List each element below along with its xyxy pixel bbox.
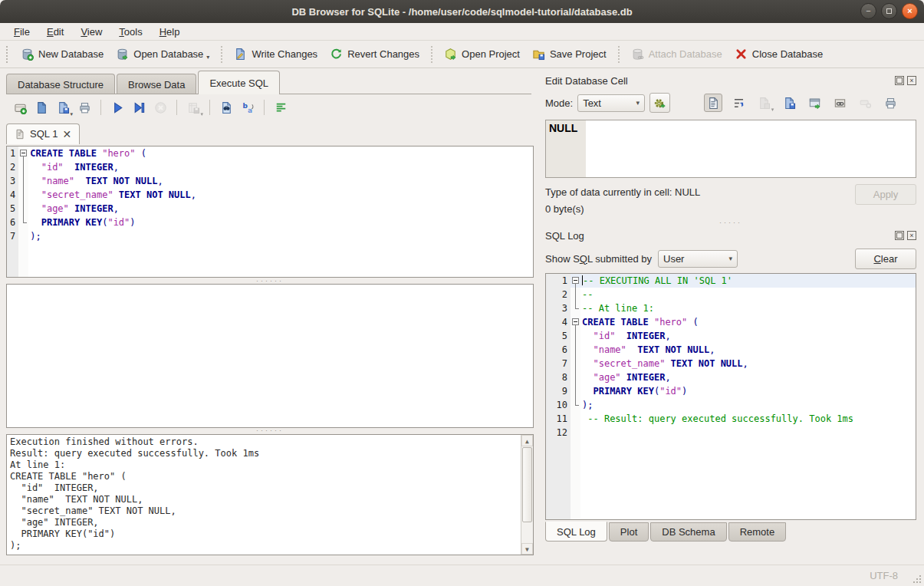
tab-execute-sql[interactable]: Execute SQL: [198, 71, 280, 94]
filter-label: Show SQL submitted by: [545, 253, 652, 265]
sql-tab-label: SQL 1: [30, 128, 58, 140]
sql-tab[interactable]: SQL 1 ✕: [6, 123, 80, 144]
cell-value-editor[interactable]: NULL: [545, 120, 916, 178]
auto-switch-mode-button[interactable]: [649, 93, 670, 113]
cell-size-text: 0 byte(s): [545, 201, 855, 218]
cell-info-row: Type of data currently in cell: NULL 0 b…: [545, 184, 916, 218]
scroll-down-icon[interactable]: ▼: [521, 543, 533, 555]
tab-database-structure[interactable]: Database Structure: [6, 74, 115, 94]
format-sql-icon[interactable]: [271, 98, 290, 117]
svg-text:a: a: [247, 106, 252, 114]
find-icon[interactable]: [217, 98, 235, 117]
attach-database-icon: [631, 48, 644, 61]
execute-sql-pane: ▾ ▾ ba SQL 1 ✕ 1234567CREATE TABLE "hero…: [6, 94, 534, 562]
set-null-icon: [856, 94, 874, 112]
cell-mode-row: Mode: Text ▾ ▾: [545, 89, 916, 117]
dock-tab-sql-log[interactable]: SQL Log: [545, 522, 607, 542]
minimize-button[interactable]: −: [860, 3, 876, 19]
results-grid[interactable]: [6, 284, 534, 428]
chevron-down-icon: ▾: [636, 99, 640, 107]
text-mode-icon[interactable]: [704, 94, 722, 112]
sql-editor[interactable]: 1234567CREATE TABLE "hero" ( "id" INTEGE…: [6, 146, 534, 278]
close-dock-icon[interactable]: ×: [907, 76, 916, 85]
open-database-button[interactable]: Open Database ▾: [110, 44, 215, 64]
execution-status-log[interactable]: Execution finished without errors.Result…: [6, 434, 534, 555]
print-icon[interactable]: [75, 98, 94, 117]
scroll-up-icon[interactable]: ▲: [521, 435, 533, 446]
save-sql-file-icon[interactable]: ▾: [54, 98, 72, 117]
close-dock-icon[interactable]: ×: [907, 231, 916, 240]
chevron-down-icon: ▾: [728, 255, 732, 262]
tab-browse-data[interactable]: Browse Data: [117, 74, 196, 94]
scrollbar[interactable]: ▲ ▼: [521, 435, 533, 555]
float-dock-icon[interactable]: [895, 76, 904, 85]
menu-file[interactable]: File: [6, 25, 38, 39]
execution-status-text: Execution finished without errors.Result…: [7, 435, 521, 555]
status-bar: UTF-8: [0, 565, 924, 586]
close-database-button[interactable]: Close Database: [728, 44, 830, 64]
toolbar-separator: [618, 46, 620, 63]
menu-tools[interactable]: Tools: [111, 25, 150, 39]
sql-log-view[interactable]: 123456789101112-- EXECUTING ALL IN 'SQL …: [545, 273, 916, 520]
new-database-icon: [21, 48, 34, 61]
window-controls: − ×: [860, 3, 918, 19]
dock-tab-bar: SQL Log Plot DB Schema Remote: [545, 520, 916, 545]
clear-button[interactable]: Clear: [855, 249, 916, 269]
sql-tab-bar: SQL 1 ✕: [6, 120, 534, 144]
submitter-select[interactable]: User ▾: [658, 250, 738, 268]
toolbar-separator: [431, 46, 432, 63]
sql-file-icon: [15, 129, 25, 140]
splitter-handle[interactable]: ·····: [545, 218, 916, 227]
execute-all-icon[interactable]: [108, 98, 127, 117]
mode-label: Mode:: [545, 97, 573, 109]
cell-type-text: Type of data currently in cell: NULL: [545, 184, 855, 201]
close-button[interactable]: ×: [902, 3, 918, 19]
import-file-icon: ▾: [755, 94, 773, 112]
dock-panel: Edit Database Cell × Mode: Text ▾ ▾: [539, 69, 924, 564]
new-sql-tab-icon[interactable]: [11, 98, 29, 117]
scroll-thumb[interactable]: [522, 447, 532, 522]
close-tab-icon[interactable]: ✕: [62, 129, 71, 140]
open-external-icon[interactable]: [805, 94, 824, 112]
dock-tab-plot[interactable]: Plot: [609, 522, 649, 542]
maximize-button[interactable]: [881, 3, 897, 19]
mode-select[interactable]: Text ▾: [577, 94, 645, 112]
save-project-button[interactable]: Save Project: [526, 44, 613, 64]
maximize-icon: [886, 8, 892, 14]
sql-log-title: SQL Log: [545, 230, 895, 242]
dock-tab-remote[interactable]: Remote: [728, 522, 787, 542]
main-toolbar: New Database Open Database ▾ Write Chang…: [0, 41, 924, 68]
menu-help[interactable]: Help: [152, 25, 188, 39]
sql-log-dock-header: SQL Log ×: [545, 227, 916, 244]
write-changes-button[interactable]: Write Changes: [228, 44, 324, 64]
export-file-icon[interactable]: [780, 94, 798, 112]
open-project-button[interactable]: Open Project: [438, 44, 526, 64]
link-icon[interactable]: [830, 94, 849, 112]
close-database-icon: [735, 48, 748, 61]
new-database-button[interactable]: New Database: [15, 44, 110, 64]
menu-view[interactable]: View: [73, 25, 110, 39]
open-sql-file-icon[interactable]: [32, 98, 51, 117]
cell-text-area[interactable]: [586, 120, 916, 177]
edit-cell-title: Edit Database Cell: [545, 75, 895, 87]
menu-edit[interactable]: Edit: [39, 25, 71, 39]
resize-grip[interactable]: [912, 574, 922, 584]
main-tab-bar: Database Structure Browse Data Execute S…: [0, 69, 539, 94]
revert-changes-icon: [330, 48, 343, 61]
sql-editor-toolbar: ▾ ▾ ba: [6, 94, 534, 120]
open-database-icon: [116, 48, 129, 61]
splitter-handle[interactable]: ······: [6, 428, 534, 433]
write-changes-icon: [234, 48, 247, 61]
dropdown-caret-icon[interactable]: ▾: [206, 54, 209, 61]
cell-null-indicator: NULL: [546, 120, 586, 177]
splitter-handle[interactable]: ······: [6, 278, 534, 284]
dock-tab-db-schema[interactable]: DB Schema: [650, 522, 726, 542]
replace-icon[interactable]: ba: [238, 98, 257, 117]
revert-changes-button[interactable]: Revert Changes: [324, 44, 426, 64]
toolbar-handle: [6, 46, 12, 63]
edit-cell-dock-header: Edit Database Cell ×: [545, 72, 916, 89]
word-wrap-icon[interactable]: [729, 94, 748, 112]
execute-current-line-icon[interactable]: [130, 98, 148, 117]
print-cell-icon[interactable]: [881, 94, 899, 112]
float-dock-icon[interactable]: [895, 231, 904, 240]
